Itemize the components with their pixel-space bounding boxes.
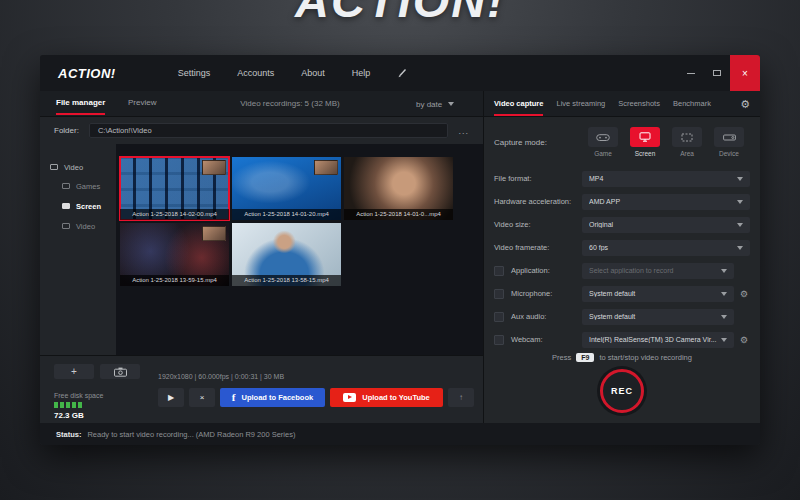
menu-settings[interactable]: Settings bbox=[178, 68, 211, 78]
tab-benchmark[interactable]: Benchmark bbox=[673, 92, 711, 116]
setting-row-file-format: File format: MP4 bbox=[484, 167, 760, 190]
chevron-down-icon bbox=[737, 223, 743, 227]
microphone-gear-icon[interactable]: ⚙ bbox=[738, 289, 750, 299]
chevron-down-icon bbox=[721, 269, 727, 273]
tree-root-video[interactable]: Video bbox=[40, 158, 116, 176]
brush-icon[interactable] bbox=[397, 67, 408, 80]
facebook-button-label: Upload to Facebook bbox=[242, 393, 314, 402]
setting-row-hardware-acceleration: Hardware acceleration: AMD APP bbox=[484, 190, 760, 213]
folder-path-input[interactable]: C:\Action!\Video bbox=[89, 123, 449, 138]
recording-caption: Action 1-25-2018 13-59-15.mp4 bbox=[120, 275, 229, 286]
disk-space-bars bbox=[54, 402, 82, 408]
chevron-down-icon bbox=[721, 292, 727, 296]
setting-row-microphone: Microphone: System default⚙ bbox=[484, 282, 760, 305]
tree-item-label: Video bbox=[76, 222, 95, 231]
setting-row-video-framerate: Video framerate: 60 fps bbox=[484, 236, 760, 259]
tree-root-label: Video bbox=[64, 163, 83, 172]
microphone-dropdown[interactable]: System default bbox=[582, 286, 734, 302]
tab-screenshots[interactable]: Screenshots bbox=[618, 92, 660, 116]
chevron-down-icon bbox=[737, 246, 743, 250]
import-camera-button[interactable] bbox=[100, 364, 140, 379]
webcam-checkbox[interactable] bbox=[494, 335, 504, 345]
recordings-grid: Action 1-25-2018 14-02-00.mp4 Action 1-2… bbox=[116, 144, 483, 355]
setting-row-aux-audio: Aux audio: System default bbox=[484, 305, 760, 328]
video-capture-panel: Capture mode: Game Screen Area Device bbox=[483, 117, 760, 423]
minimize-button[interactable] bbox=[678, 55, 704, 91]
add-button[interactable]: + bbox=[54, 364, 94, 379]
recording-caption: Action 1-25-2018 14-01-0...mp4 bbox=[344, 209, 453, 220]
recording-caption: Action 1-25-2018 13-58-15.mp4 bbox=[232, 275, 341, 286]
setting-label: Microphone: bbox=[511, 289, 552, 298]
hardware-acceleration-dropdown[interactable]: AMD APP bbox=[582, 194, 750, 210]
selected-file-info: 1920x1080 | 60.000fps | 0:00:31 | 30 MB bbox=[158, 373, 284, 380]
application-dropdown[interactable]: Select application to record bbox=[582, 263, 734, 279]
facebook-icon: f bbox=[232, 392, 236, 403]
video-framerate-dropdown[interactable]: 60 fps bbox=[582, 240, 750, 256]
video-size-dropdown[interactable]: Original bbox=[582, 217, 750, 233]
monitor-icon bbox=[639, 132, 651, 142]
action-app-window: ACTION! Settings Accounts About Help × F… bbox=[40, 55, 760, 445]
capture-mode-device[interactable]: Device bbox=[708, 127, 750, 157]
menu-help[interactable]: Help bbox=[352, 68, 371, 78]
tab-live-streaming[interactable]: Live streaming bbox=[556, 92, 605, 116]
tree-item-games[interactable]: Games bbox=[40, 176, 116, 196]
mode-label: Device bbox=[719, 150, 739, 157]
aux-audio-checkbox[interactable] bbox=[494, 312, 504, 322]
upload-button[interactable]: ↑ bbox=[448, 388, 474, 407]
recording-caption: Action 1-25-2018 14-01-20.mp4 bbox=[232, 209, 341, 220]
screen-icon bbox=[62, 203, 70, 209]
tree-item-screen[interactable]: Screen bbox=[40, 196, 116, 216]
application-checkbox[interactable] bbox=[494, 266, 504, 276]
recording-thumbnail[interactable]: Action 1-25-2018 14-01-0...mp4 bbox=[344, 157, 453, 220]
record-hotkey-hint: Press F9 to start/stop video recording bbox=[484, 353, 760, 362]
tree-item-label: Games bbox=[76, 182, 100, 191]
recording-thumbnail[interactable]: Action 1-25-2018 14-02-00.mp4 bbox=[120, 157, 229, 220]
play-button[interactable]: ▶ bbox=[158, 388, 184, 407]
sort-by-date-dropdown[interactable]: by date bbox=[416, 91, 454, 117]
recording-thumbnail[interactable]: Action 1-25-2018 13-58-15.mp4 bbox=[232, 223, 341, 286]
capture-mode-game[interactable]: Game bbox=[582, 127, 624, 157]
mode-label: Area bbox=[680, 150, 694, 157]
maximize-button[interactable] bbox=[704, 55, 730, 91]
right-tab-bar: Video capture Live streaming Screenshots… bbox=[483, 91, 760, 117]
menu-accounts[interactable]: Accounts bbox=[237, 68, 274, 78]
rec-button-area: REC bbox=[484, 369, 760, 413]
tab-video-capture[interactable]: Video capture bbox=[494, 92, 543, 116]
setting-label: File format: bbox=[494, 174, 532, 183]
close-button[interactable]: × bbox=[730, 55, 760, 91]
settings-gear-icon[interactable]: ⚙ bbox=[740, 98, 750, 111]
setting-label: Video framerate: bbox=[494, 243, 549, 252]
file-manager-footer: + Free disk space 72.3 GB 1920x1080 | 60… bbox=[40, 355, 483, 423]
setting-label: Aux audio: bbox=[511, 312, 546, 321]
rec-button[interactable]: REC bbox=[600, 369, 644, 413]
chevron-down-icon bbox=[448, 102, 454, 106]
browse-folder-button[interactable]: ... bbox=[458, 126, 469, 136]
upload-facebook-button[interactable]: f Upload to Facebook bbox=[220, 388, 325, 407]
menubar: Settings Accounts About Help bbox=[178, 67, 409, 80]
tree-item-label: Screen bbox=[76, 202, 101, 211]
capture-mode-area[interactable]: Area bbox=[666, 127, 708, 157]
chevron-down-icon bbox=[721, 338, 727, 342]
app-logo: ACTION! bbox=[58, 66, 116, 81]
tab-preview[interactable]: Preview bbox=[128, 91, 156, 115]
capture-settings-list: File format: MP4 Hardware acceleration: … bbox=[484, 167, 760, 351]
free-disk-space-label: Free disk space bbox=[54, 392, 103, 399]
file-format-dropdown[interactable]: MP4 bbox=[582, 171, 750, 187]
setting-row-application: Application: Select application to recor… bbox=[484, 259, 760, 282]
microphone-checkbox[interactable] bbox=[494, 289, 504, 299]
capture-mode-row: Capture mode: Game Screen Area Device bbox=[484, 117, 760, 167]
recording-thumbnail[interactable]: Action 1-25-2018 13-59-15.mp4 bbox=[120, 223, 229, 286]
tree-item-video[interactable]: Video bbox=[40, 216, 116, 236]
webcam-dropdown[interactable]: Intel(R) RealSense(TM) 3D Camera Vir... bbox=[582, 332, 734, 348]
delete-button[interactable]: × bbox=[189, 388, 215, 407]
setting-label: Webcam: bbox=[511, 335, 543, 344]
setting-row-webcam: Webcam: Intel(R) RealSense(TM) 3D Camera… bbox=[484, 328, 760, 351]
aux-audio-dropdown[interactable]: System default bbox=[582, 309, 734, 325]
upload-youtube-button[interactable]: Upload to YouTube bbox=[330, 388, 443, 407]
webcam-gear-icon[interactable]: ⚙ bbox=[738, 335, 750, 345]
setting-label: Video size: bbox=[494, 220, 531, 229]
tab-file-manager[interactable]: File manager bbox=[56, 91, 105, 115]
capture-mode-screen[interactable]: Screen bbox=[624, 127, 666, 157]
recording-thumbnail[interactable]: Action 1-25-2018 14-01-20.mp4 bbox=[232, 157, 341, 220]
menu-about[interactable]: About bbox=[301, 68, 325, 78]
